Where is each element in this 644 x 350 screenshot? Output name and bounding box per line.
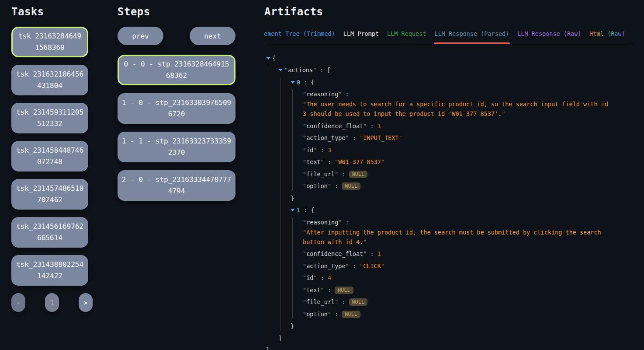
json-key: file_url xyxy=(306,171,335,178)
json-node: "reasoning" :"After inputting the produc… xyxy=(303,217,610,247)
json-row: "id" : 4 xyxy=(303,273,610,283)
json-row-close: } xyxy=(291,321,610,331)
json-node: "actions" : [0 : {"reasoning" :"The user… xyxy=(278,65,610,343)
collapse-arrow-icon[interactable] xyxy=(278,69,283,71)
pagination-next-button[interactable]: > xyxy=(79,293,93,312)
json-number-value: 4 xyxy=(328,274,331,281)
json-key: reasoning xyxy=(306,219,338,226)
collapse-arrow-icon[interactable] xyxy=(266,57,270,60)
json-array-index: 0 xyxy=(297,79,300,86)
json-node: "option" : NULL xyxy=(303,181,610,191)
json-row: 1 : { xyxy=(291,205,610,215)
task-list: tsk_231632846491568360tsk_23163218645643… xyxy=(11,27,118,286)
null-badge: NULL xyxy=(349,298,368,306)
json-row: 0 : { xyxy=(291,77,610,87)
tasks-pagination: < 1 > xyxy=(11,293,118,312)
json-string-value: INPUT_TEXT xyxy=(363,134,398,141)
json-node: {"actions" : [0 : {"reasoning" :"The use… xyxy=(266,53,610,350)
json-key: confidence_float xyxy=(306,122,363,130)
task-button[interactable]: tsk_231458448746072748 xyxy=(11,141,88,172)
steps-nav: prev next xyxy=(118,27,235,45)
tab-html-raw[interactable]: Html (Raw) xyxy=(590,27,625,44)
json-long-string-row: "After inputting the product id, the sea… xyxy=(303,228,610,247)
json-key: text xyxy=(306,287,321,294)
json-node: "text" : "W01-377-8537" xyxy=(303,157,610,167)
collapse-arrow-icon[interactable] xyxy=(291,209,295,211)
json-tree-viewer: {"actions" : [0 : {"reasoning" :"The use… xyxy=(264,44,644,350)
pagination-page-1-button[interactable]: 1 xyxy=(45,293,59,312)
tab-llm-response-raw[interactable]: LLM Response (Raw) xyxy=(517,27,581,44)
prev-step-button[interactable]: prev xyxy=(118,27,163,45)
json-string-value: CLICK xyxy=(363,262,381,270)
task-button[interactable]: tsk_231632846491568360 xyxy=(11,27,88,57)
json-row: { xyxy=(266,53,610,63)
json-node: 0 : {"reasoning" :"The user needs to sea… xyxy=(291,77,610,203)
json-row: "text" : "W01-377-8537" xyxy=(303,157,610,167)
json-node: "file_url" : NULL xyxy=(303,297,610,307)
json-row: "confidence_float" : 1 xyxy=(303,249,610,259)
json-row: "text" : NULL xyxy=(303,285,610,295)
steps-title: Steps xyxy=(118,5,264,18)
task-button[interactable]: tsk_231438802254142422 xyxy=(11,255,88,286)
tab-llm-response-parsed[interactable]: LLM Response (Parsed) xyxy=(435,27,509,44)
json-row-close: } xyxy=(291,193,610,203)
json-row: "option" : NULL xyxy=(303,181,610,191)
step-button[interactable]: 2 - 0 - stp_231633344707774794 xyxy=(118,170,235,201)
tab-llm-prompt[interactable]: LLM Prompt xyxy=(343,27,379,44)
json-key: action_type xyxy=(306,134,345,141)
artifacts-title: Artifacts xyxy=(264,5,644,18)
json-node: "id" : 3 xyxy=(303,145,610,155)
null-badge: NULL xyxy=(342,182,360,190)
json-node: "reasoning" :"The user needs to search f… xyxy=(303,89,610,119)
json-string-value: After inputting the product id, the sear… xyxy=(303,229,601,245)
json-key: option xyxy=(306,311,328,318)
json-row: "option" : NULL xyxy=(303,309,610,319)
json-children: "reasoning" :"After inputting the produc… xyxy=(292,217,610,319)
json-key: text xyxy=(306,158,321,165)
json-row: "actions" : [ xyxy=(278,65,610,75)
json-array-index: 1 xyxy=(297,206,300,214)
collapse-arrow-icon[interactable] xyxy=(291,81,295,84)
step-button[interactable]: 1 - 1 - stp_231633237333592370 xyxy=(118,132,235,162)
json-children: "reasoning" :"The user needs to search f… xyxy=(292,89,610,191)
json-node: "confidence_float" : 1 xyxy=(303,249,610,259)
json-row: "action_type" : "INPUT_TEXT" xyxy=(303,133,610,143)
task-button[interactable]: tsk_231457486510702462 xyxy=(11,179,88,210)
artifacts-panel: Artifacts Element Tree (Trimmed)LLM Prom… xyxy=(264,0,644,350)
next-step-button[interactable]: next xyxy=(190,27,235,45)
json-key: reasoning xyxy=(306,91,338,98)
json-number-value: 1 xyxy=(377,250,381,257)
json-key: id xyxy=(306,274,313,281)
json-number-value: 1 xyxy=(377,122,381,130)
json-row-close: ] xyxy=(278,333,610,343)
json-key: actions xyxy=(288,66,313,74)
pagination-prev-button[interactable]: < xyxy=(11,293,25,312)
json-key: action_type xyxy=(306,262,345,270)
json-number-value: 3 xyxy=(328,147,331,154)
step-button[interactable]: 0 - 0 - stp_231632846491568362 xyxy=(118,55,235,85)
json-children: 0 : {"reasoning" :"The user needs to sea… xyxy=(280,77,610,331)
step-button[interactable]: 1 - 0 - stp_231633039765096720 xyxy=(118,93,235,124)
tab-llm-request[interactable]: LLM Request xyxy=(387,27,426,44)
json-key: option xyxy=(306,182,328,189)
task-button[interactable]: tsk_231632186456431804 xyxy=(11,65,88,95)
task-button[interactable]: tsk_231456169762665614 xyxy=(11,217,88,248)
tabs: Element Tree (Trimmed)LLM PromptLLM Requ… xyxy=(264,27,625,44)
null-badge: NULL xyxy=(335,287,353,294)
json-row-close: } xyxy=(266,345,610,350)
json-key: file_url xyxy=(306,298,335,305)
json-node: "confidence_float" : 1 xyxy=(303,121,610,131)
json-row: "reasoning" : xyxy=(303,217,610,227)
json-row: "action_type" : "CLICK" xyxy=(303,261,610,271)
json-children: "actions" : [0 : {"reasoning" :"The user… xyxy=(268,65,610,343)
tab-element-tree-trimmed[interactable]: Element Tree (Trimmed) xyxy=(264,27,335,44)
json-node: "action_type" : "INPUT_TEXT" xyxy=(303,133,610,143)
null-badge: NULL xyxy=(342,311,360,318)
json-node: "option" : NULL xyxy=(303,309,610,319)
task-button[interactable]: tsk_231459311205512332 xyxy=(11,103,88,133)
artifacts-tabbar: Element Tree (Trimmed)LLM PromptLLM Requ… xyxy=(264,27,631,44)
json-row: "id" : 3 xyxy=(303,145,610,155)
json-key: id xyxy=(306,147,313,154)
json-node: "file_url" : NULL xyxy=(303,169,610,179)
json-string-value: W01-377-8537 xyxy=(338,158,381,165)
